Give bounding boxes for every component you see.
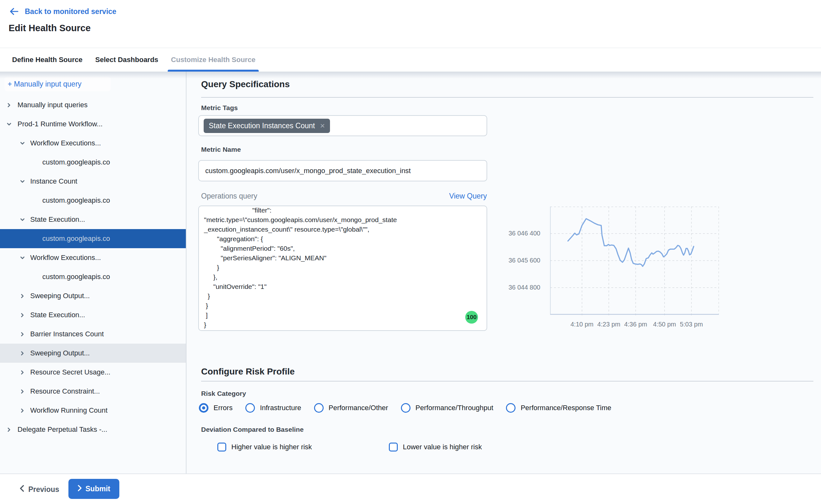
tree-item-label: Sweeping Output...	[30, 292, 90, 300]
checkbox-icon[interactable]	[389, 443, 398, 451]
tree-item-label: State Execution...	[30, 311, 85, 319]
operations-query-editor[interactable]: "filter": "metric.type=\"custom.googleap…	[198, 206, 487, 331]
chevron-left-icon	[20, 485, 24, 494]
chevron-right-icon[interactable]	[6, 102, 12, 108]
metric-name-value: custom.googleapis.com/user/x_mongo_prod_…	[205, 167, 411, 175]
tree-item[interactable]: custom.googleapis.co	[0, 229, 186, 248]
tree-item[interactable]: Resource Constraint...	[0, 382, 186, 401]
tree-item-label: Manually input queries	[18, 101, 88, 109]
tab-bar: Define Health SourceSelect DashboardsCus…	[0, 48, 821, 72]
deviation-checkbox-higher-value-is-higher-risk[interactable]: Higher value is higher risk	[217, 443, 312, 451]
tree-item[interactable]: Barrier Instances Count	[0, 325, 186, 344]
add-manual-query-button[interactable]: + Manually input query	[4, 77, 111, 91]
chevron-down-icon[interactable]	[20, 255, 25, 261]
tree-item[interactable]: State Execution...	[0, 210, 186, 229]
x-axis-tick-label: 4:50 pm	[642, 321, 687, 328]
risk-radio-label: Performance/Response Time	[521, 404, 611, 412]
metric-name-label: Metric Name	[201, 146, 241, 153]
tree-item[interactable]: Sweeping Output...	[0, 344, 186, 363]
chevron-down-icon[interactable]	[6, 122, 12, 127]
chevron-right-icon[interactable]	[20, 332, 25, 337]
tree-item-label: State Execution...	[30, 215, 85, 224]
view-query-link[interactable]: View Query	[449, 192, 487, 200]
metric-tag-chip[interactable]: State Execution Instances Count ×	[204, 119, 330, 133]
chevron-right-icon[interactable]	[20, 389, 25, 394]
tree-item-label: Workflow Running Count	[30, 406, 108, 415]
tree-item[interactable]: custom.googleapis.co	[0, 153, 186, 172]
tree-item-label: Prod-1 Runtime Workflow...	[18, 120, 102, 128]
tree-item-label: custom.googleapis.co	[42, 235, 110, 243]
metric-tags-input[interactable]: State Execution Instances Count ×	[198, 115, 487, 136]
metric-sidebar: + Manually input query Manually input qu…	[0, 72, 186, 473]
operations-query-text: "filter": "metric.type=\"custom.googleap…	[204, 206, 481, 330]
tree-item[interactable]: Workflow Executions...	[0, 134, 186, 153]
submit-button[interactable]: Submit	[68, 479, 119, 499]
tab-define-health-source[interactable]: Define Health Source	[9, 48, 86, 72]
tree-item[interactable]: custom.googleapis.co	[0, 191, 186, 210]
tree-item-label: custom.googleapis.co	[42, 196, 110, 205]
radio-selected-icon[interactable]	[199, 403, 208, 413]
query-specifications-title: Query Specifications	[201, 79, 290, 89]
previous-button[interactable]: Previous	[20, 482, 59, 497]
risk-radio-label: Errors	[214, 404, 233, 412]
tree-item-label: Resource Secret Usage...	[30, 368, 110, 376]
tree-item[interactable]: Instance Count	[0, 172, 186, 191]
radio-icon[interactable]	[401, 403, 411, 413]
chevron-right-icon[interactable]	[6, 427, 12, 432]
metric-tag-chip-label: State Execution Instances Count	[209, 122, 315, 130]
metric-name-input[interactable]: custom.googleapis.com/user/x_mongo_prod_…	[198, 160, 487, 181]
y-axis-tick-label: 36 044 800	[490, 284, 540, 291]
x-axis-tick-label: 4:36 pm	[614, 321, 658, 328]
risk-radio-infrastructure[interactable]: Infrastructure	[245, 403, 301, 413]
chevron-right-icon[interactable]	[20, 370, 25, 375]
tree-item[interactable]: Sweeping Output...	[0, 286, 186, 305]
chevron-right-icon[interactable]	[20, 293, 25, 299]
tab-select-dashboards[interactable]: Select Dashboards	[92, 48, 161, 72]
section-divider	[201, 97, 813, 98]
risk-radio-performance-throughput[interactable]: Performance/Throughput	[401, 403, 494, 413]
risk-radio-errors[interactable]: Errors	[199, 403, 233, 413]
tree-item[interactable]: Resource Secret Usage...	[0, 363, 186, 382]
tree-item[interactable]: Workflow Executions...	[0, 248, 186, 267]
back-link-label: Back to monitored service	[25, 7, 116, 16]
tree-item-label: Delegate Perpetual Tasks -...	[18, 425, 107, 434]
risk-category-label: Risk Category	[201, 390, 246, 397]
tree-item[interactable]: Prod-1 Runtime Workflow...	[0, 115, 186, 134]
tree-item-label: custom.googleapis.co	[42, 273, 110, 281]
radio-icon[interactable]	[314, 403, 324, 413]
x-axis-tick-label: 4:23 pm	[586, 321, 631, 328]
tree-item-label: Instance Count	[30, 177, 77, 185]
tree-item[interactable]: Delegate Perpetual Tasks -...	[0, 420, 186, 439]
chip-remove-icon[interactable]: ×	[320, 122, 325, 130]
chevron-right-icon[interactable]	[20, 351, 25, 356]
radio-icon[interactable]	[245, 403, 255, 413]
tree-item[interactable]: Workflow Running Count	[0, 401, 186, 420]
back-link[interactable]: Back to monitored service	[9, 7, 116, 16]
x-axis-tick-label: 4:10 pm	[560, 321, 604, 328]
deviation-checkbox-label: Higher value is higher risk	[231, 443, 312, 451]
tree-item-label: Barrier Instances Count	[30, 330, 104, 338]
chevron-down-icon[interactable]	[20, 217, 25, 222]
risk-radio-performance-response-time[interactable]: Performance/Response Time	[506, 403, 611, 413]
radio-icon[interactable]	[506, 403, 516, 413]
chevron-down-icon[interactable]	[20, 179, 25, 184]
tree-item-label: custom.googleapis.co	[42, 158, 110, 166]
risk-radio-performance-other[interactable]: Performance/Other	[314, 403, 388, 413]
tree-item[interactable]: Manually input queries	[0, 95, 186, 115]
x-axis-tick-label: 5:03 pm	[669, 321, 714, 328]
chevron-right-icon[interactable]	[20, 312, 25, 318]
chevron-right-icon[interactable]	[20, 408, 25, 413]
tree-item[interactable]: custom.googleapis.co	[0, 267, 186, 286]
content-area: + Manually input query Manually input qu…	[0, 72, 821, 473]
checkbox-icon[interactable]	[217, 443, 226, 451]
chevron-down-icon[interactable]	[20, 141, 25, 146]
tree-item[interactable]: State Execution...	[0, 305, 186, 325]
tab-customize-health-source[interactable]: Customize Health Source	[168, 48, 258, 72]
configure-risk-profile-title: Configure Risk Profile	[201, 367, 295, 377]
deviation-checkbox-lower-value-is-higher-risk[interactable]: Lower value is higher risk	[389, 443, 482, 451]
timeseries-line	[568, 219, 694, 266]
operations-query-label: Operations query	[201, 192, 257, 200]
wizard-footer: Previous Submit	[0, 473, 821, 504]
previous-button-label: Previous	[28, 485, 59, 494]
metric-tags-label: Metric Tags	[201, 104, 238, 112]
